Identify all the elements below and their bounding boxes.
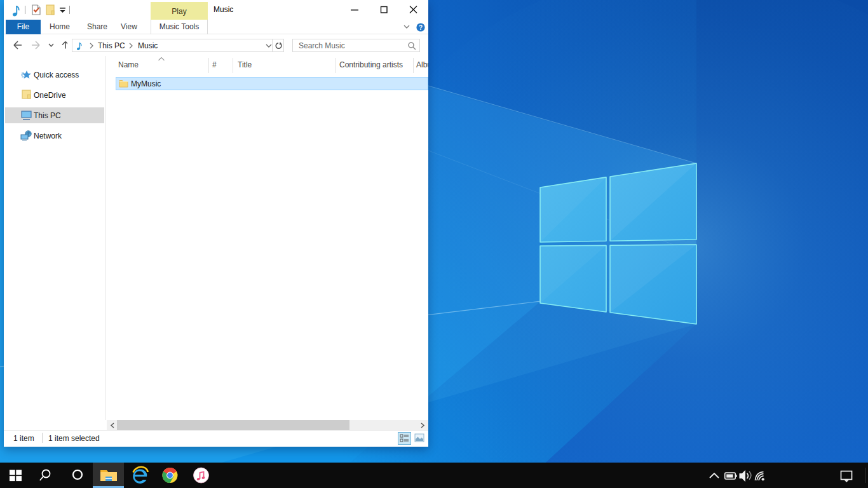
svg-text:?: ? <box>419 24 423 31</box>
